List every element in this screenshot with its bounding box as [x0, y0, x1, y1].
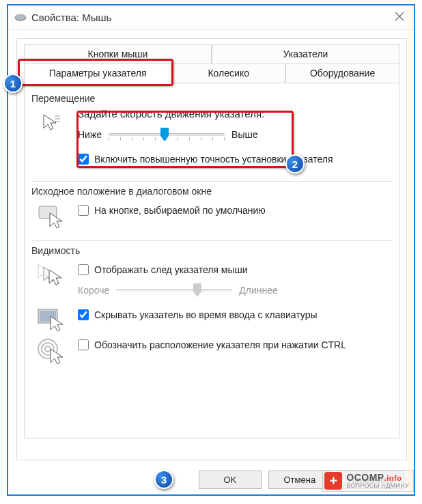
- tab-wheel[interactable]: Колесико: [171, 64, 285, 83]
- hide-typing-input[interactable]: [78, 309, 89, 320]
- group-label-visibility: Видимость: [31, 245, 392, 256]
- snap-checkbox[interactable]: На кнопке, выбираемой по умолчанию: [78, 205, 392, 216]
- dialog-window: Свойства: Мышь Кнопки мыши Указатели Пар…: [7, 4, 415, 496]
- trails-shorter-label: Короче: [78, 285, 109, 296]
- watermark-plus-icon: +: [324, 472, 342, 490]
- cancel-button[interactable]: Отмена: [268, 471, 331, 489]
- pointer-speed-icon: [31, 108, 71, 134]
- hide-typing-checkbox[interactable]: Скрывать указатель во время ввода с клав…: [78, 309, 392, 320]
- ctrl-locate-input[interactable]: [78, 339, 89, 350]
- ok-button[interactable]: OK: [199, 471, 262, 489]
- mouse-icon: [14, 13, 27, 23]
- tab-hardware[interactable]: Оборудование: [285, 64, 399, 83]
- snap-icon: [31, 201, 71, 228]
- trails-input[interactable]: [78, 264, 89, 275]
- pointer-speed-slider[interactable]: [109, 126, 225, 143]
- enhance-precision-input[interactable]: [78, 154, 89, 165]
- badge-3: 3: [154, 470, 173, 489]
- window-title: Свойства: Мышь: [31, 12, 111, 23]
- group-label-snap: Исходное положение в диалоговом окне: [31, 186, 392, 197]
- trails-slider: [116, 282, 232, 298]
- snap-input[interactable]: [78, 205, 89, 216]
- tab-buttons[interactable]: Кнопки мыши: [24, 44, 212, 64]
- ctrl-locate-checkbox[interactable]: Обозначить расположение указателя при на…: [78, 339, 392, 350]
- svg-point-1: [15, 14, 25, 19]
- speed-label: Задайте скорость движения указателя:: [78, 108, 392, 120]
- hide-typing-icon: [31, 305, 71, 331]
- tab-control: Кнопки мыши Указатели Параметры указател…: [24, 44, 399, 438]
- badge-2: 2: [285, 154, 305, 173]
- close-icon[interactable]: [391, 9, 408, 26]
- group-label-movement: Перемещение: [31, 93, 392, 104]
- tab-pointers[interactable]: Указатели: [212, 44, 399, 64]
- tab-pointer-options[interactable]: Параметры указателя: [24, 64, 171, 83]
- tab-page-pointer-options: Перемещение Задайте скорость движения ук…: [24, 83, 399, 438]
- titlebar: Свойства: Мышь: [8, 5, 414, 30]
- enhance-precision-checkbox[interactable]: Включить повышенную точность установки у…: [78, 154, 392, 165]
- ctrl-locate-icon: [31, 335, 71, 364]
- badge-1: 1: [3, 74, 23, 93]
- trails-icon: [31, 260, 71, 288]
- trails-checkbox[interactable]: Отображать след указателя мыши: [78, 264, 392, 275]
- watermark: + OCOMP.info ВОПРОСЫ АДМИНУ: [322, 470, 414, 492]
- slider-fast-label: Выше: [231, 129, 257, 140]
- dialog-body: Кнопки мыши Указатели Параметры указател…: [16, 38, 407, 460]
- trails-longer-label: Длиннее: [239, 285, 278, 296]
- slider-slow-label: Ниже: [78, 129, 102, 140]
- svg-point-7: [45, 346, 51, 352]
